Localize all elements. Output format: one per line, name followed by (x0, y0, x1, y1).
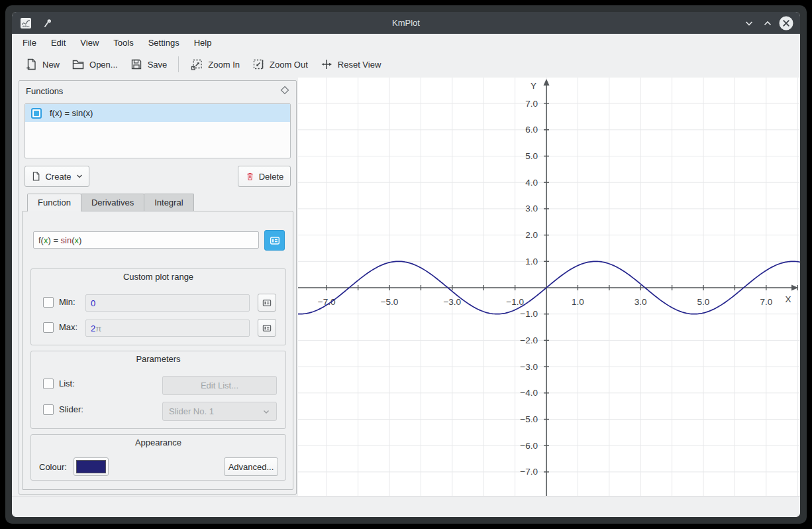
svg-text:−6.0: −6.0 (520, 441, 538, 451)
text-part: π (95, 323, 101, 333)
text-part: sin (61, 235, 72, 245)
float-dock-icon[interactable] (280, 86, 289, 95)
new-plot-icon (30, 171, 41, 182)
svg-text:1.0: 1.0 (572, 297, 584, 307)
menubar: FileEditViewToolsSettingsHelp (12, 34, 800, 51)
svg-text:−1.0: −1.0 (506, 297, 524, 307)
zoom-out-icon (252, 58, 265, 71)
zoom-in-icon (190, 58, 203, 71)
toolbar-button-save[interactable]: Save (124, 54, 174, 75)
max-checkbox[interactable] (43, 322, 54, 333)
toolbar-button-zoom-in[interactable]: Zoom In (184, 54, 246, 75)
svg-text:−3.0: −3.0 (443, 297, 461, 307)
menu-item-file[interactable]: File (15, 35, 44, 50)
appearance-group: Appearance Colour: Advanced... (30, 434, 286, 481)
custom-plot-range-group: Custom plot range Min: 0 Max: 2π (30, 268, 286, 345)
svg-text:7.0: 7.0 (525, 99, 538, 109)
function-visibility-checkbox[interactable] (31, 108, 42, 119)
equation-editor-icon (262, 298, 272, 308)
parameter-slider-checkbox[interactable] (43, 404, 54, 415)
toolbar-button-open[interactable]: Open... (66, 54, 124, 75)
tab-integral[interactable]: Integral (144, 194, 193, 211)
slider-select[interactable]: Slider No. 1 (162, 402, 277, 421)
toolbar-button-label: Save (148, 60, 168, 70)
text-part: ) (79, 235, 81, 245)
close-icon (779, 16, 793, 30)
text-part: 0 (91, 298, 95, 308)
text-part: 2 (91, 323, 95, 333)
delete-button-label: Delete (259, 172, 284, 182)
text-part: ) = (48, 235, 60, 245)
chevron-up-icon (762, 18, 773, 29)
max-equation-editor-button[interactable] (258, 319, 276, 337)
maximize-button[interactable] (760, 16, 775, 30)
parameter-list-checkbox[interactable] (43, 379, 54, 389)
functions-dock: Functions f(x) = sin(x) Create Delete Fu… (19, 80, 297, 495)
svg-text:5.0: 5.0 (697, 297, 710, 307)
slider-select-value: Slider No. 1 (169, 406, 214, 416)
tab-function[interactable]: Function (27, 194, 81, 211)
titlebar: KmPlot (12, 12, 800, 34)
new-document-icon (25, 58, 38, 71)
chevron-down-icon (262, 408, 270, 416)
kmplot-window: KmPlot FileEditViewToolsSettingsHelp New… (12, 12, 800, 517)
svg-text:1.0: 1.0 (525, 257, 538, 266)
statusbar (12, 496, 800, 517)
menu-item-help[interactable]: Help (187, 35, 219, 50)
plot-svg: −7.0−5.0−3.0−1.01.03.05.07.07.06.05.04.0… (298, 78, 800, 496)
function-list-item[interactable]: f(x) = sin(x) (25, 104, 290, 122)
svg-text:3.0: 3.0 (525, 204, 538, 213)
min-checkbox[interactable] (43, 297, 54, 308)
minimize-button[interactable] (742, 16, 756, 30)
equation-input[interactable]: f(x) = sin(x) (33, 231, 259, 249)
svg-text:2.0: 2.0 (525, 230, 538, 240)
max-label: Max: (59, 322, 77, 332)
toolbar-button-reset-view[interactable]: Reset View (314, 54, 387, 75)
min-input[interactable]: 0 (85, 294, 250, 312)
parameters-group: Parameters List: Edit List... Slider: Sl… (30, 351, 286, 429)
equation-editor-button[interactable] (264, 230, 285, 251)
advanced-button[interactable]: Advanced... (224, 457, 278, 476)
window-title: KmPlot (12, 18, 800, 28)
tab-derivatives[interactable]: Derivatives (81, 194, 144, 211)
toolbar-button-label: Open... (89, 60, 118, 70)
open-folder-icon (72, 58, 85, 71)
text-part: f( (38, 235, 44, 245)
create-button[interactable]: Create (25, 166, 89, 187)
parameter-list-label: List: (59, 379, 75, 388)
close-button[interactable] (779, 16, 793, 30)
custom-plot-range-title: Custom plot range (31, 272, 285, 282)
menu-item-tools[interactable]: Tools (106, 35, 140, 50)
min-equation-editor-button[interactable] (258, 294, 276, 312)
svg-text:X: X (785, 294, 791, 304)
svg-text:−1.0: −1.0 (520, 309, 538, 319)
toolbar-button-label: New (42, 60, 60, 70)
function-list-item-label: f(x) = sin(x) (50, 108, 93, 118)
toolbar-button-zoom-out[interactable]: Zoom Out (246, 54, 314, 75)
appearance-title: Appearance (31, 438, 285, 447)
menu-item-settings[interactable]: Settings (141, 35, 187, 50)
delete-button[interactable]: Delete (238, 166, 291, 187)
tab-bar: FunctionDerivativesIntegral (27, 194, 193, 211)
dock-title: Functions (26, 86, 63, 96)
svg-text:−7.0: −7.0 (520, 467, 538, 477)
svg-text:−2.0: −2.0 (520, 335, 538, 345)
svg-text:7.0: 7.0 (760, 297, 772, 307)
parameters-title: Parameters (31, 354, 285, 364)
parameter-slider-label: Slider: (59, 404, 83, 414)
max-input[interactable]: 2π (85, 320, 250, 337)
menu-item-edit[interactable]: Edit (44, 35, 73, 50)
function-list[interactable]: f(x) = sin(x) (25, 103, 291, 158)
create-button-label: Create (45, 172, 71, 182)
edit-list-button[interactable]: Edit List... (162, 376, 277, 395)
svg-text:−3.0: −3.0 (520, 362, 538, 372)
menu-item-view[interactable]: View (73, 35, 106, 50)
colour-swatch-button[interactable] (74, 457, 109, 476)
plot-canvas[interactable]: −7.0−5.0−3.0−1.01.03.05.07.07.06.05.04.0… (298, 78, 800, 496)
colour-swatch-fill (76, 460, 106, 473)
toolbar-button-new[interactable]: New (19, 54, 66, 75)
min-label: Min: (59, 297, 76, 307)
function-tab-page: f(x) = sin(x) Custom plot range Min: 0 (22, 211, 293, 490)
toolbar-separator (178, 56, 179, 72)
svg-text:−4.0: −4.0 (520, 388, 538, 398)
